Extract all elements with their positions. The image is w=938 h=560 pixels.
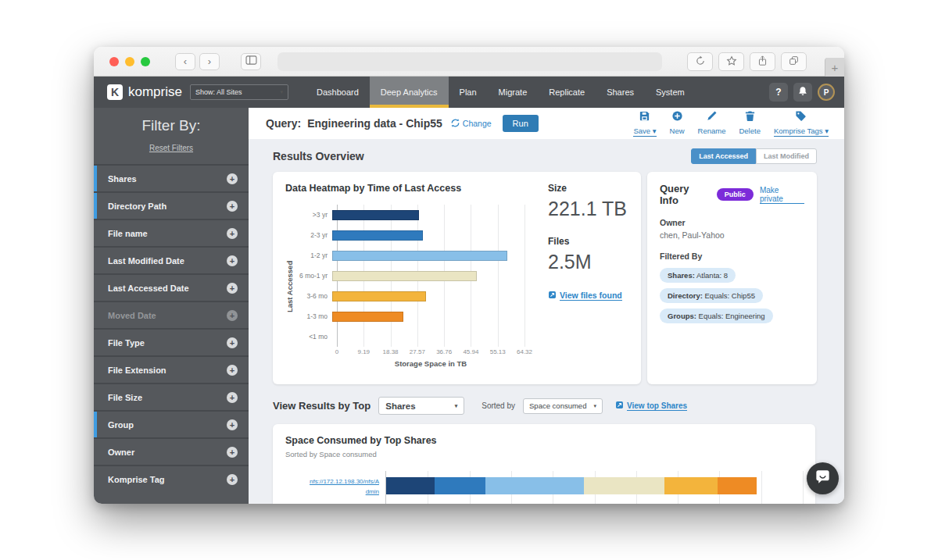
rename-button[interactable]: Rename [698,110,726,137]
tab-dashboard[interactable]: Dashboard [306,77,370,108]
user-avatar[interactable]: P [818,84,835,101]
back-button[interactable]: ‹ [175,53,195,70]
tag-icon [795,110,807,125]
delete-button[interactable]: Delete [739,110,760,137]
sidebar-item-last-modified-date[interactable]: Last Modified Date+ [94,246,249,273]
heatmap-row: 6 mo-1 yr [296,266,529,286]
make-private-link[interactable]: Make private [760,186,804,204]
share-icon [757,55,768,69]
filter-chip-directory: Directory: Equals: Chip55 [660,288,763,303]
results-summary: Size 221.1 TB Files 2.5M View files foun… [529,183,641,384]
minimize-window-button[interactable] [125,57,134,66]
heatmap-category-label: 1-2 yr [296,251,332,259]
query-info-card: Query Info Public Make private Owner che… [647,172,817,384]
top-shares-title: Space Consumed by Top Shares [285,435,803,446]
toggle-last-modified[interactable]: Last Modified [756,148,817,164]
close-window-button[interactable] [109,57,119,66]
stacked-segment-1-2-yr [485,477,584,494]
address-bar[interactable] [277,52,662,71]
tab-system[interactable]: System [645,77,696,108]
view-files-found-link[interactable]: View files found [548,291,635,301]
plus-icon[interactable]: + [227,392,238,403]
heatmap-plot: >3 yr2-3 yr1-2 yr6 mo-1 yr3-6 mo1-3 mo<1… [296,205,529,368]
forward-button[interactable]: › [199,53,220,70]
new-button[interactable]: New [670,110,685,137]
tab-plan[interactable]: Plan [449,77,488,108]
plus-icon: + [227,310,238,321]
chevron-down-icon: ▾ [280,89,283,95]
plus-icon[interactable]: + [227,228,238,239]
plus-icon[interactable]: + [227,447,238,458]
site-selector-dropdown[interactable]: Show: All Sites ▾ [190,84,288,100]
sort-order-dropdown[interactable]: Space consumed▾ [523,398,603,414]
sidebar-item-directory-path[interactable]: Directory Path+ [94,191,249,219]
star-icon [726,55,737,69]
site-selector-value: Show: All Sites [195,88,242,96]
plus-icon[interactable]: + [227,173,238,184]
share-button[interactable] [750,52,775,71]
chat-widget-button[interactable] [807,462,839,494]
top-entity-dropdown[interactable]: Shares▾ [378,397,464,415]
heatmap-category-label: >3 yr [296,211,332,219]
help-button[interactable]: ? [769,83,788,102]
change-query-link[interactable]: Change [450,118,492,130]
plus-icon[interactable]: + [227,201,238,212]
external-link-icon [615,401,624,411]
save-button[interactable]: Save ▾ [633,110,656,137]
reload-button[interactable] [687,52,713,71]
sidebar-item-last-accessed-date[interactable]: Last Accessed Date+ [94,273,249,301]
toggle-last-accessed[interactable]: Last Accessed [691,148,756,164]
komprise-logo-text: komprise [128,84,182,100]
heatmap-category-label: 2-3 yr [296,231,332,239]
share-path-link[interactable]: nfs://172.12.198.30/nfs/Admin [285,471,385,504]
public-badge: Public [717,188,754,201]
tab-shares[interactable]: Shares [596,77,645,108]
sidebar-item-file-extension[interactable]: File Extension+ [94,355,249,383]
tab-overview-button[interactable] [781,52,807,71]
plus-icon[interactable]: + [227,419,238,430]
sidebar-item-owner[interactable]: Owner+ [94,437,249,465]
plus-icon[interactable]: + [227,255,238,266]
bookmark-button[interactable] [718,52,744,71]
applied-filter-chips: Shares: Atlanta: 8Directory: Equals: Chi… [660,268,804,323]
notifications-button[interactable] [793,83,812,102]
stacked-segment-6-mo-1-yr [584,477,664,494]
top-shares-subtitle: Sorted by Space consumed [285,450,803,458]
heatmap-bar [332,291,426,301]
heatmap-bar [332,210,419,220]
reset-filters-link[interactable]: Reset Filters [149,144,193,152]
sidebar-item-komprise-tag[interactable]: Komprise Tag+ [94,465,249,492]
heatmap-title: Data Heatmap by Time of Last Access [285,183,529,194]
browser-toolbar: ‹ › + [94,47,844,77]
zoom-window-button[interactable] [141,57,150,66]
view-top-shares-link[interactable]: View top Shares [615,401,687,411]
tab-deep-analytics[interactable]: Deep Analytics [370,77,449,108]
traffic-lights [109,57,150,66]
tab-migrate[interactable]: Migrate [488,77,539,108]
sidebar-item-group[interactable]: Group+ [94,410,249,437]
sorted-by-label: Sorted by [482,401,515,410]
komprise-logo: K komprise [94,77,182,108]
sidebar-item-moved-date: Moved Date+ [94,301,249,328]
run-button[interactable]: Run [503,115,539,132]
view-results-label: View Results by Top [273,400,371,412]
tab-replicate[interactable]: Replicate [538,77,596,108]
plus-icon[interactable]: + [227,474,238,485]
sidebar-item-file-size[interactable]: File Size+ [94,383,249,410]
sidebar-item-file-name[interactable]: File name+ [94,219,249,246]
plus-icon[interactable]: + [227,337,238,348]
new-tab-button[interactable]: + [825,58,844,77]
stacked-bar-plot [385,471,803,504]
filter-chip-groups: Groups: Equals: Engineering [660,309,773,323]
sidebar-toggle-button[interactable] [241,53,261,70]
save-icon [639,110,650,125]
plus-icon[interactable]: + [227,365,238,376]
sidebar-item-file-type[interactable]: File Type+ [94,328,249,355]
size-label: Size [548,183,635,194]
owner-label: Owner [660,218,804,227]
heatmap-row: 1-3 mo [296,306,529,326]
plus-icon[interactable]: + [227,283,238,294]
heatmap-y-axis-label: Last Accessed [285,205,296,368]
komprise-tags-button[interactable]: Komprise Tags ▾ [774,110,829,137]
sidebar-item-shares[interactable]: Shares+ [94,164,249,191]
